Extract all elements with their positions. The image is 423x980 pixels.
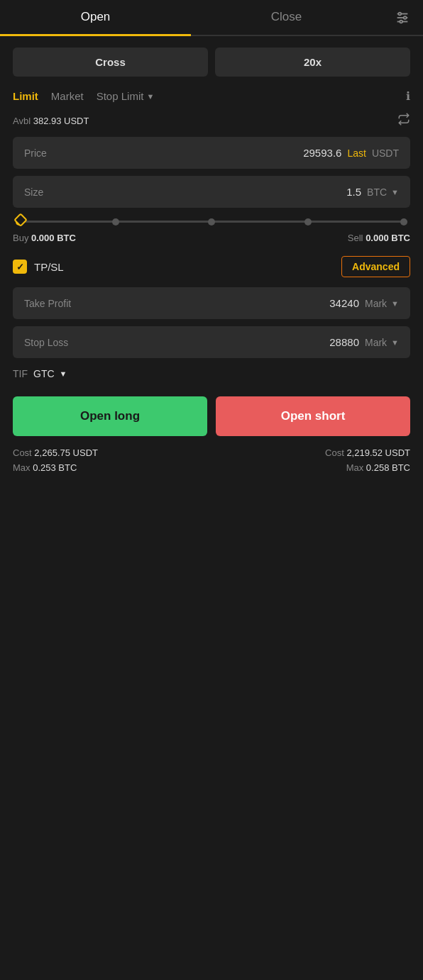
svg-point-4: [404, 16, 407, 19]
max-right: Max 0.258 BTC: [346, 462, 410, 473]
leverage-row: Cross 20x: [13, 48, 410, 77]
order-type-limit[interactable]: Limit: [13, 90, 38, 102]
stoplimit-caret-icon: ▼: [146, 92, 154, 101]
open-short-button[interactable]: Open short: [216, 396, 410, 436]
stop-loss-caret-icon: ▼: [391, 338, 399, 347]
take-profit-unit-dropdown[interactable]: Mark ▼: [365, 298, 399, 309]
sell-label: Sell 0.000 BTC: [348, 233, 410, 243]
leverage-value-button[interactable]: 20x: [215, 48, 410, 77]
order-type-market[interactable]: Market: [51, 90, 84, 102]
checkmark-icon: ✓: [16, 262, 24, 272]
slider-container[interactable]: [13, 221, 410, 223]
avbl-row: Avbl 382.93 USDT: [13, 113, 410, 128]
price-tag: Last: [347, 147, 366, 159]
price-field[interactable]: Price 29593.6 Last USDT: [13, 137, 410, 169]
tif-row: TIF GTC ▼: [13, 368, 410, 379]
tpsl-checkbox[interactable]: ✓: [13, 260, 27, 274]
transfer-icon[interactable]: [397, 113, 410, 128]
stop-loss-field[interactable]: Stop Loss 28880 Mark ▼: [13, 326, 410, 358]
slider-ticks: [16, 218, 407, 225]
advanced-button[interactable]: Advanced: [341, 256, 410, 277]
size-value: 1.5: [346, 186, 361, 198]
take-profit-caret-icon: ▼: [391, 299, 399, 308]
settings-icon[interactable]: [382, 0, 423, 35]
tif-dropdown[interactable]: GTC ▼: [33, 368, 67, 379]
buy-sell-row: Buy 0.000 BTC Sell 0.000 BTC: [13, 233, 410, 243]
max-row: Max 0.253 BTC Max 0.258 BTC: [13, 462, 410, 473]
size-caret-icon: ▼: [391, 188, 399, 196]
price-label: Price: [24, 147, 47, 159]
svg-point-3: [399, 12, 402, 15]
take-profit-value: 34240: [329, 297, 359, 309]
slider-tick-50[interactable]: [208, 218, 215, 225]
stop-loss-label: Stop Loss: [24, 337, 68, 348]
svg-point-5: [400, 20, 402, 23]
buy-label: Buy 0.000 BTC: [13, 233, 76, 243]
order-tabs: Open Close: [0, 0, 423, 36]
take-profit-field[interactable]: Take Profit 34240 Mark ▼: [13, 287, 410, 319]
price-unit: USDT: [372, 147, 399, 159]
slider-tick-100[interactable]: [400, 218, 407, 225]
order-type-row: Limit Market Stop Limit ▼ ℹ: [13, 89, 410, 103]
price-value: 29593.6: [303, 147, 341, 159]
tif-label: TIF: [13, 368, 28, 379]
open-long-button[interactable]: Open long: [13, 396, 207, 436]
cost-row: Cost 2,265.75 USDT Cost 2,219.52 USDT: [13, 447, 410, 458]
cost-right: Cost 2,219.52 USDT: [325, 447, 410, 458]
size-field[interactable]: Size 1.5 BTC ▼: [13, 176, 410, 208]
cross-button[interactable]: Cross: [13, 48, 208, 77]
slider-tick-25[interactable]: [112, 218, 119, 225]
info-icon[interactable]: ℹ: [406, 89, 410, 103]
tif-caret-icon: ▼: [60, 369, 67, 378]
order-type-stoplimit[interactable]: Stop Limit ▼: [97, 90, 155, 102]
size-label: Size: [24, 186, 43, 198]
max-left: Max 0.253 BTC: [13, 462, 77, 473]
stop-loss-value: 28880: [329, 336, 359, 348]
cost-left: Cost 2,265.75 USDT: [13, 447, 98, 458]
tab-close[interactable]: Close: [191, 0, 382, 35]
slider-track[interactable]: [16, 221, 407, 223]
stop-loss-unit-dropdown[interactable]: Mark ▼: [365, 337, 399, 348]
tpsl-row: ✓ TP/SL Advanced: [13, 256, 410, 277]
slider-tick-75[interactable]: [304, 218, 312, 225]
take-profit-label: Take Profit: [24, 298, 71, 309]
tpsl-label: TP/SL: [34, 261, 64, 273]
action-buttons: Open long Open short: [13, 396, 410, 436]
avbl-label: Avbl 382.93 USDT: [13, 116, 89, 126]
size-unit-dropdown[interactable]: BTC ▼: [367, 186, 399, 198]
tpsl-left: ✓ TP/SL: [13, 260, 64, 274]
tab-open[interactable]: Open: [0, 0, 191, 36]
